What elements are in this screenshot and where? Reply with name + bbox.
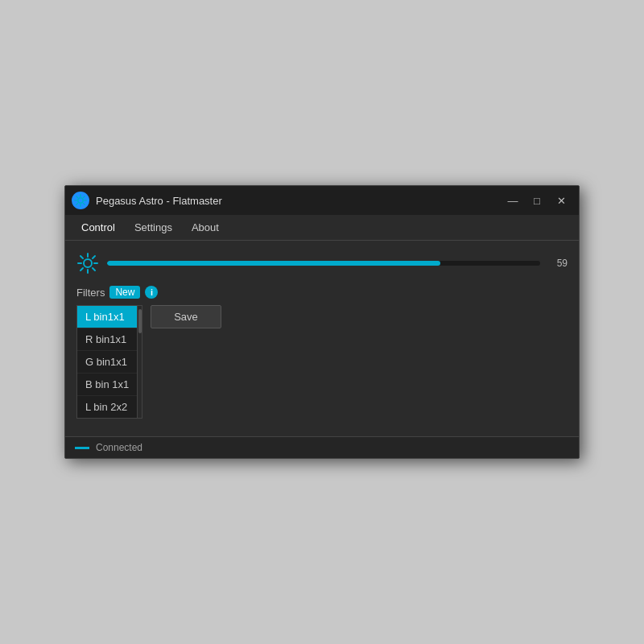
titlebar: Pegasus Astro - Flatmaster — □ ✕ — [65, 186, 579, 215]
app-logo — [72, 192, 89, 209]
svg-line-17 — [80, 268, 83, 270]
filters-header: Filters New i — [76, 286, 568, 299]
filter-list: L bin1x1 R bin1x1 G bin1x1 B bin 1x1 L b… — [77, 306, 137, 418]
filters-body: L bin1x1 R bin1x1 G bin1x1 B bin 1x1 L b… — [76, 305, 568, 419]
svg-line-7 — [84, 196, 85, 198]
filter-scrollbar-thumb — [138, 309, 142, 333]
filters-label: Filters — [76, 287, 105, 299]
svg-point-9 — [84, 259, 92, 267]
window-controls: — □ ✕ — [502, 192, 572, 209]
brightness-icon — [76, 252, 99, 275]
main-window: Pegasus Astro - Flatmaster — □ ✕ Control… — [64, 185, 580, 459]
menubar: Control Settings About — [65, 215, 579, 241]
menu-about[interactable]: About — [182, 218, 229, 237]
filter-item-g-bin1x1[interactable]: G bin1x1 — [77, 351, 137, 374]
svg-line-14 — [80, 256, 83, 258]
save-button[interactable]: Save — [151, 305, 221, 328]
brightness-row: 59 — [76, 252, 568, 275]
content-area: 59 Filters New i L bin1x1 R bin1x1 G bin… — [65, 241, 579, 427]
maximize-button[interactable]: □ — [526, 192, 548, 209]
connection-status: Connected — [96, 442, 142, 453]
filter-list-wrapper: L bin1x1 R bin1x1 G bin1x1 B bin 1x1 L b… — [76, 305, 142, 419]
filter-item-l-bin2x2[interactable]: L bin 2x2 — [77, 396, 137, 418]
brightness-fill — [107, 261, 440, 266]
svg-line-15 — [93, 268, 95, 270]
desktop: Pegasus Astro - Flatmaster — □ ✕ Control… — [0, 0, 644, 644]
filter-scrollbar[interactable] — [137, 306, 142, 418]
filter-item-r-bin1x1[interactable]: R bin1x1 — [77, 328, 137, 351]
info-icon[interactable]: i — [145, 286, 158, 299]
brightness-slider[interactable] — [107, 261, 540, 266]
connection-indicator — [75, 447, 89, 449]
new-filter-button[interactable]: New — [109, 286, 140, 299]
close-button[interactable]: ✕ — [550, 192, 572, 209]
minimize-button[interactable]: — — [502, 192, 524, 209]
svg-point-0 — [78, 198, 83, 203]
menu-settings[interactable]: Settings — [125, 218, 182, 237]
svg-line-16 — [93, 256, 95, 258]
menu-control[interactable]: Control — [72, 218, 125, 237]
svg-line-6 — [84, 204, 85, 205]
filter-item-b-bin1x1[interactable]: B bin 1x1 — [77, 374, 137, 396]
svg-line-5 — [76, 196, 78, 198]
filter-item-l-bin1x1[interactable]: L bin1x1 — [77, 306, 137, 328]
svg-line-8 — [76, 204, 78, 205]
window-title: Pegasus Astro - Flatmaster — [96, 195, 502, 207]
brightness-value: 59 — [548, 258, 568, 269]
statusbar: Connected — [65, 436, 579, 458]
